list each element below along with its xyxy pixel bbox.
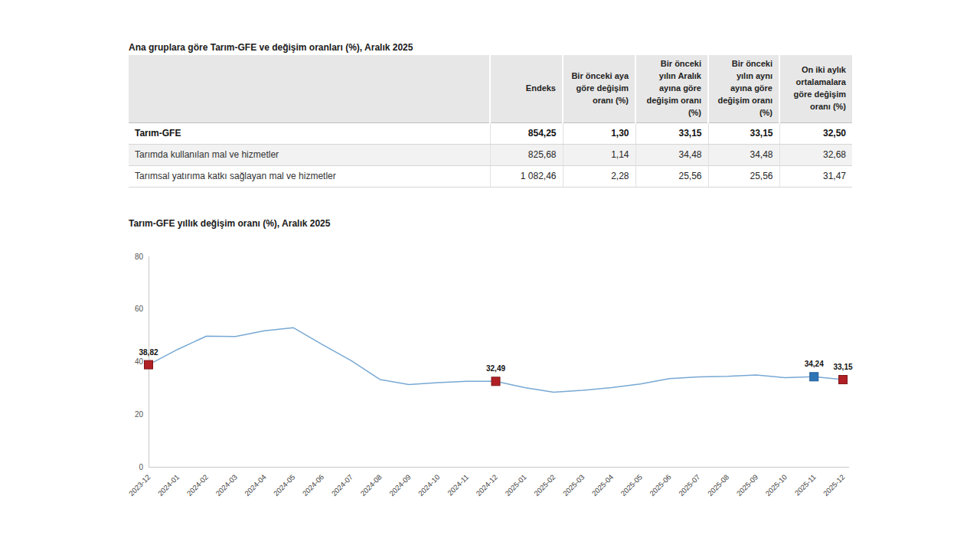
data-point-marker <box>810 373 818 381</box>
x-axis-tick-label: 2024-05 <box>272 473 296 497</box>
x-axis-tick-label: 2024-09 <box>387 473 412 497</box>
chart-title: Tarım-GFE yıllık değişim oranı (%), Aral… <box>129 218 330 229</box>
y-axis-tick-label: 60 <box>135 305 144 313</box>
x-axis-tick-label: 2025-08 <box>706 473 730 497</box>
x-axis-tick-label: 2025-07 <box>677 473 701 497</box>
data-point-label: 38,82 <box>139 348 158 357</box>
x-axis-tick-label: 2025-01 <box>503 473 528 497</box>
data-point-label: 32,49 <box>486 364 505 373</box>
x-axis-tick-label: 2024-10 <box>416 473 441 497</box>
cell-value: 25,56 <box>635 165 708 187</box>
report-page: Ana gruplara göre Tarım-GFE ve değişim o… <box>0 0 980 551</box>
table-row: Tarımsal yatırıma katkı sağlayan mal ve … <box>129 165 852 187</box>
col-header-twelve-month-avg: On iki aylık ortalamalara göre değişim o… <box>779 55 852 122</box>
x-axis-tick-label: 2024-04 <box>243 473 267 497</box>
data-point-marker <box>492 377 500 386</box>
x-axis-tick-label: 2025-04 <box>590 473 615 497</box>
gfe-table: Endeks Bir önceki aya göre değişim oranı… <box>129 55 852 187</box>
row-label: Tarımda kullanılan mal ve hizmetler <box>129 144 490 165</box>
y-axis-tick-label: 40 <box>135 357 144 366</box>
cell-value: 1 082,46 <box>490 165 563 187</box>
data-point-marker <box>145 360 153 369</box>
table-header-row: Endeks Bir önceki aya göre değişim oranı… <box>129 55 852 122</box>
row-label: Tarım-GFE <box>129 122 490 144</box>
x-axis-tick-label: 2023-12 <box>127 473 152 497</box>
cell-value: 34,48 <box>708 144 779 165</box>
row-label: Tarımsal yatırıma katkı sağlayan mal ve … <box>129 165 490 187</box>
col-header-endeks: Endeks <box>490 55 563 122</box>
col-header-since-december: Bir önceki yılın Aralık ayına göre değiş… <box>635 55 708 122</box>
x-axis-tick-label: 2024-11 <box>446 473 470 497</box>
cell-value: 2,28 <box>563 165 635 187</box>
x-axis-tick-label: 2025-02 <box>532 473 557 497</box>
x-axis-tick-label: 2025-12 <box>822 473 846 497</box>
data-point-label: 33,15 <box>833 363 852 371</box>
x-axis-tick-label: 2024-12 <box>474 473 498 497</box>
x-axis-tick-label: 2024-06 <box>301 473 325 497</box>
col-header-monthly-change: Bir önceki aya göre değişim oranı (%) <box>563 55 635 122</box>
cell-value: 1,14 <box>563 144 635 165</box>
x-axis-tick-label: 2024-07 <box>330 473 354 497</box>
x-axis-tick-label: 2024-03 <box>214 473 238 497</box>
cell-value: 34,48 <box>635 144 708 165</box>
table-title: Ana gruplara göre Tarım-GFE ve değişim o… <box>129 42 413 53</box>
table-row: Tarımda kullanılan mal ve hizmetler 825,… <box>129 144 852 165</box>
cell-value: 33,15 <box>635 122 708 144</box>
line-chart: 0204060802023-122024-012024-022024-03202… <box>129 245 865 513</box>
x-axis-tick-label: 2025-10 <box>763 473 788 497</box>
x-axis-tick-label: 2025-06 <box>648 473 672 497</box>
cell-value: 33,15 <box>708 122 779 144</box>
x-axis-tick-label: 2025-09 <box>735 473 760 497</box>
cell-value: 1,30 <box>563 122 635 144</box>
x-axis-tick-label: 2024-02 <box>185 473 210 497</box>
col-header-yearly-change: Bir önceki yılın aynı ayına göre değişim… <box>708 55 779 122</box>
x-axis-tick-label: 2024-08 <box>358 473 383 497</box>
cell-value: 31,47 <box>779 165 852 187</box>
cell-value: 25,56 <box>708 165 779 187</box>
x-axis-tick-label: 2025-05 <box>619 473 643 497</box>
col-header-label <box>129 55 490 122</box>
data-point-label: 34,24 <box>805 360 824 368</box>
y-axis-tick-label: 0 <box>139 463 143 471</box>
cell-value: 32,68 <box>779 144 852 165</box>
x-axis-tick-label: 2024-01 <box>156 473 181 497</box>
x-axis-tick-label: 2025-11 <box>793 473 818 497</box>
y-axis-tick-label: 20 <box>135 410 144 419</box>
x-axis-tick-label: 2025-03 <box>561 473 586 497</box>
data-point-marker <box>839 376 848 384</box>
cell-value: 32,50 <box>779 122 852 144</box>
table-row: Tarım-GFE 854,25 1,30 33,15 33,15 32,50 <box>129 122 852 144</box>
y-axis-tick-label: 80 <box>135 253 144 261</box>
cell-value: 854,25 <box>490 122 563 144</box>
cell-value: 825,68 <box>490 144 563 165</box>
